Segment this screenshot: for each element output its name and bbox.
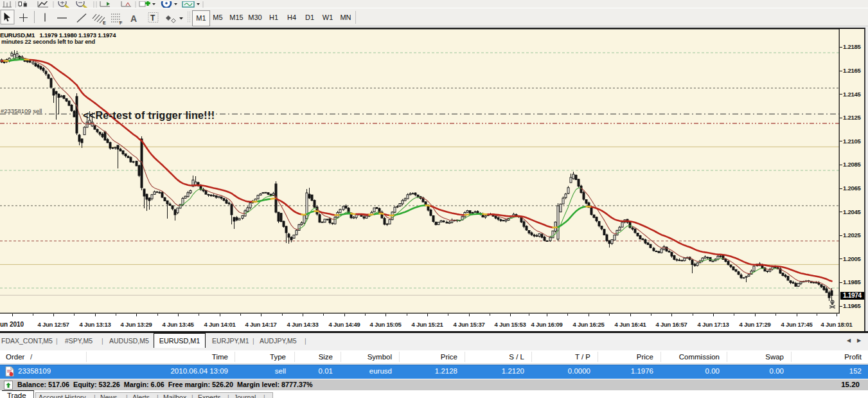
- svg-text:<<Re-test of trigger line!!!: <<Re-test of trigger line!!!: [83, 110, 215, 121]
- svg-text:F: F: [120, 21, 123, 25]
- svg-text:#23358109 sell: #23358109 sell: [1, 107, 42, 114]
- svg-text:A: A: [130, 14, 137, 24]
- svg-text:minutes 22 seconds left to bar: minutes 22 seconds left to bar end: [1, 39, 95, 45]
- svg-text:E: E: [103, 21, 106, 25]
- svg-text:T: T: [150, 14, 155, 23]
- svg-text:EURUSD,M1 1.1979 1.1980 1.19: EURUSD,M1 1.1979 1.1980 1.1973 1.1974: [0, 32, 116, 39]
